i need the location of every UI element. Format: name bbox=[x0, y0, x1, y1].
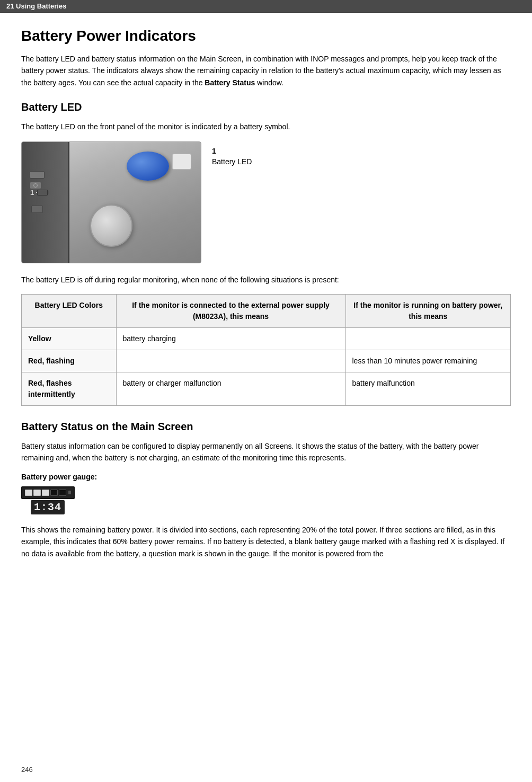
callout-area: 1 Battery LED bbox=[212, 141, 252, 166]
callout-number: 1 bbox=[212, 147, 252, 155]
side-panel bbox=[22, 142, 69, 263]
chapter-label: 21 Using Batteries bbox=[6, 2, 66, 10]
gauge-segment-4 bbox=[50, 490, 58, 496]
blue-indicator bbox=[127, 152, 169, 181]
battery-status-term: Battery Status bbox=[205, 78, 255, 87]
gauge-time-display: 1:34 bbox=[31, 500, 65, 514]
chapter-header: 21 Using Batteries bbox=[0, 0, 532, 13]
table-header-row: Battery LED Colors If the monitor is con… bbox=[22, 294, 511, 327]
panel-icon-3 bbox=[31, 206, 43, 213]
battery-nub bbox=[48, 191, 49, 194]
white-button bbox=[172, 154, 191, 170]
page-title: Battery Power Indicators bbox=[21, 28, 511, 45]
battery-led-table: Battery LED Colors If the monitor is con… bbox=[21, 294, 511, 406]
connected-meaning-red-flashing bbox=[116, 350, 345, 372]
battery-icon bbox=[37, 190, 48, 196]
led-off-description: The battery LED is off during regular mo… bbox=[21, 274, 511, 286]
battery-gauge-image: 1:34 bbox=[21, 486, 74, 516]
panel-icon-1 bbox=[30, 171, 45, 179]
battery-led-image-area: 1 1 Battery LED bbox=[21, 141, 511, 263]
connected-meaning-red-intermittent: battery or charger malfunction bbox=[116, 372, 345, 405]
battery-status-desc: Battery status information can be config… bbox=[21, 440, 511, 464]
col-header-battery: If the monitor is running on battery pow… bbox=[345, 294, 511, 327]
battery-meaning-red-intermittent: battery malfunction bbox=[345, 372, 511, 405]
panel-number-label: 1 bbox=[30, 189, 34, 197]
col-header-colors: Battery LED Colors bbox=[22, 294, 117, 327]
power-symbol bbox=[33, 183, 38, 188]
page-wrapper: 21 Using Batteries Battery Power Indicat… bbox=[0, 0, 532, 782]
gauge-segment-3 bbox=[42, 490, 49, 496]
power-knob bbox=[90, 205, 132, 247]
table-row: Yellow battery charging bbox=[22, 327, 511, 350]
gauge-segment-2 bbox=[33, 490, 41, 496]
gauge-segment-1 bbox=[25, 490, 32, 496]
monitor-photo: 1 bbox=[21, 141, 201, 263]
led-color-red-intermittent: Red, flashes intermittently bbox=[22, 372, 117, 405]
page-content: Battery Power Indicators The battery LED… bbox=[0, 13, 532, 579]
gauge-segment-5 bbox=[59, 490, 66, 496]
battery-status-heading: Battery Status on the Main Screen bbox=[21, 421, 511, 433]
connected-meaning-yellow: battery charging bbox=[116, 327, 345, 350]
table-row: Red, flashes intermittently battery or c… bbox=[22, 372, 511, 405]
battery-led-indicator-row: 1 bbox=[30, 189, 48, 197]
gauge-label: Battery power gauge: bbox=[21, 473, 511, 481]
panel-icon-2 bbox=[30, 182, 41, 189]
page-number: 246 bbox=[21, 766, 33, 774]
table-row: Red, flashing less than 10 minutes power… bbox=[22, 350, 511, 372]
battery-led-desc: The battery LED on the front panel of th… bbox=[21, 121, 511, 132]
intro-paragraph: The battery LED and battery status infor… bbox=[21, 53, 511, 88]
gauge-plug bbox=[68, 491, 71, 494]
battery-meaning-yellow bbox=[345, 327, 511, 350]
led-color-yellow: Yellow bbox=[22, 327, 117, 350]
top-icon bbox=[30, 171, 45, 189]
battery-meaning-red-flashing: less than 10 minutes power remaining bbox=[345, 350, 511, 372]
callout-text: Battery LED bbox=[212, 157, 252, 166]
intro-text-end: window. bbox=[255, 78, 283, 87]
led-color-red-flashing: Red, flashing bbox=[22, 350, 117, 372]
battery-led-heading: Battery LED bbox=[21, 101, 511, 113]
gauge-bar bbox=[21, 486, 75, 499]
gauge-description: This shows the remaining battery power. … bbox=[21, 524, 511, 559]
col-header-connected: If the monitor is connected to the exter… bbox=[116, 294, 345, 327]
